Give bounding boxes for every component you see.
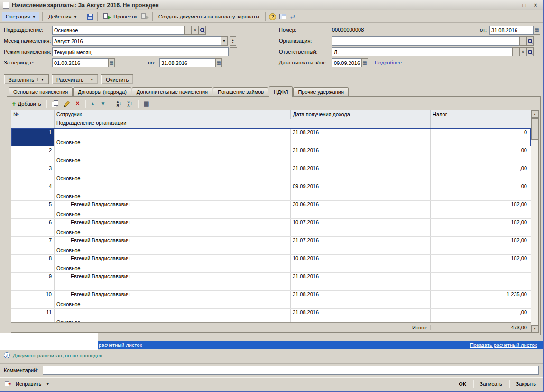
- document-movements-button[interactable]: ⇄: [288, 12, 297, 21]
- table-row[interactable]: 7 Евгений Владиславович Основное 31.07.2…: [11, 237, 531, 255]
- close-button[interactable]: ×: [531, 2, 540, 9]
- cell-date[interactable]: 31.08.2016: [290, 309, 430, 322]
- cell-date[interactable]: 31.08.2016: [290, 146, 430, 164]
- document-date-input[interactable]: [489, 26, 534, 35]
- cell-department[interactable]: Основное: [56, 157, 288, 163]
- close-document-button[interactable]: Закрыть: [514, 381, 538, 387]
- move-row-up-button[interactable]: ▲: [89, 99, 97, 109]
- cell-num[interactable]: 1: [11, 128, 54, 146]
- copy-row-button[interactable]: [50, 99, 60, 109]
- cell-department[interactable]: Основное: [56, 139, 288, 145]
- tab-item[interactable]: Погашение займов: [213, 87, 268, 96]
- accrual-month-stepper[interactable]: ▲▼: [230, 36, 236, 46]
- scroll-down-button[interactable]: ▼: [531, 325, 538, 332]
- fix-button[interactable]: Исправить: [14, 381, 43, 387]
- table-row[interactable]: 11 Основное 31.08.2016 ,00: [11, 309, 531, 322]
- calculate-button[interactable]: Рассчитать ▼: [52, 74, 98, 84]
- cell-tax[interactable]: [430, 273, 531, 290]
- list-settings-button[interactable]: ▦: [142, 99, 151, 109]
- create-payout-docs-button[interactable]: Создать документы на выплату зарплаты: [156, 12, 262, 21]
- cell-department[interactable]: Основное: [56, 247, 288, 253]
- cell-department[interactable]: Основное: [56, 175, 288, 181]
- cell-num[interactable]: 3: [11, 164, 54, 182]
- cell-employee[interactable]: Евгений Владиславович: [56, 292, 130, 297]
- tab-item[interactable]: Основные начисления: [9, 87, 73, 96]
- responsible-choose-button[interactable]: ...: [512, 47, 519, 56]
- table-row[interactable]: 4 Основное 09.09.2016 00: [11, 182, 531, 201]
- period-to-calendar-button[interactable]: ▦: [215, 58, 222, 67]
- table-row[interactable]: 10 Евгений Владиславович Основное 31.08.…: [11, 291, 531, 309]
- cell-date[interactable]: 31.08.2016: [290, 273, 430, 290]
- table-row[interactable]: 2 Основное 31.08.2016 00: [11, 146, 531, 164]
- table-row[interactable]: 3 Основное 31.08.2016 ,00: [11, 164, 531, 182]
- cell-department[interactable]: Основное: [56, 229, 288, 235]
- cell-num[interactable]: 5: [11, 201, 54, 218]
- cell-num[interactable]: 6: [11, 219, 54, 236]
- show-payslip-link[interactable]: Показать расчетный листок: [470, 342, 537, 348]
- operation-button[interactable]: Операция ▼: [2, 12, 39, 21]
- scroll-up-button[interactable]: ▲: [531, 110, 538, 118]
- show-table-button[interactable]: [278, 12, 287, 21]
- comment-input[interactable]: [43, 366, 539, 375]
- document-date-calendar-button[interactable]: ▦: [534, 26, 540, 35]
- cell-employee[interactable]: Евгений Владиславович: [56, 273, 130, 279]
- tab-item[interactable]: Прочие удержания: [293, 87, 348, 96]
- cell-num[interactable]: 2: [11, 146, 54, 164]
- table-row[interactable]: 5 Евгений Владиславович Основное 30.06.2…: [11, 201, 531, 219]
- cell-tax[interactable]: 00: [430, 182, 531, 200]
- help-button[interactable]: ?: [268, 12, 277, 21]
- sort-ascending-button[interactable]: АЯ↓: [114, 99, 123, 109]
- actions-button[interactable]: Действия ▼: [46, 12, 80, 21]
- table-header[interactable]: № Сотрудник Дата получения дохода Подраз…: [11, 110, 531, 128]
- cell-num[interactable]: 10: [11, 291, 54, 308]
- fill-button[interactable]: Заполнить ▼: [4, 74, 49, 84]
- post-and-close-button[interactable]: [141, 12, 149, 21]
- department-clear-button[interactable]: ×: [192, 26, 199, 35]
- cell-employee[interactable]: Евгений Владиславович: [56, 219, 130, 225]
- write-button[interactable]: Записать: [478, 381, 504, 387]
- period-to-input[interactable]: [159, 58, 215, 67]
- post-document-button[interactable]: Провести: [101, 12, 139, 21]
- pay-date-input[interactable]: [332, 58, 361, 67]
- save-button[interactable]: [86, 12, 94, 21]
- cell-employee[interactable]: Евгений Владиславович: [56, 237, 130, 243]
- edit-row-button[interactable]: [62, 99, 72, 109]
- cell-num[interactable]: 7: [11, 237, 54, 254]
- table-row[interactable]: 1 Основное 31.08.2016 0: [11, 128, 531, 146]
- cell-date[interactable]: 10.07.2016: [290, 219, 430, 236]
- cell-date[interactable]: 09.09.2016: [290, 182, 430, 200]
- pay-date-calendar-button[interactable]: ▦: [361, 58, 368, 67]
- cell-num[interactable]: 4: [11, 182, 54, 200]
- cell-date[interactable]: 31.08.2016: [290, 291, 430, 308]
- organization-open-button[interactable]: [526, 36, 534, 46]
- responsible-input[interactable]: [332, 47, 512, 56]
- department-open-button[interactable]: [199, 26, 206, 35]
- responsible-open-button[interactable]: [526, 47, 534, 56]
- cell-department[interactable]: Основное: [56, 211, 288, 217]
- column-header-income-date[interactable]: Дата получения дохода: [290, 110, 430, 119]
- cell-tax[interactable]: 182,00: [430, 201, 531, 218]
- period-from-calendar-button[interactable]: ▦: [108, 58, 115, 67]
- delete-row-button[interactable]: ×: [74, 99, 81, 109]
- cell-date[interactable]: 30.06.2016: [290, 201, 430, 218]
- table-row[interactable]: 8 Евгений Владиславович Основное 10.08.2…: [11, 255, 531, 273]
- maximize-button[interactable]: □: [520, 2, 528, 9]
- column-header-tax[interactable]: Налог: [430, 110, 531, 128]
- cell-tax[interactable]: 0: [430, 128, 531, 146]
- ok-button[interactable]: ОК: [457, 381, 468, 387]
- tab-item[interactable]: НДФЛ: [269, 86, 293, 97]
- department-input[interactable]: [52, 26, 185, 35]
- minimize-button[interactable]: _: [508, 2, 517, 9]
- tab-item[interactable]: Договоры (подряда): [73, 87, 131, 96]
- clear-button[interactable]: Очистить: [101, 74, 133, 84]
- cell-num[interactable]: 9: [11, 273, 54, 290]
- cell-date[interactable]: 31.08.2016: [290, 128, 430, 146]
- details-link[interactable]: Подробнее...: [375, 58, 406, 67]
- cell-date[interactable]: 31.08.2016: [290, 164, 430, 182]
- organization-choose-button[interactable]: ...: [519, 36, 526, 46]
- cell-tax[interactable]: 1 235,00: [430, 291, 531, 308]
- column-header-department[interactable]: Подразделение организации: [55, 119, 430, 128]
- tab-item[interactable]: Дополнительные начисления: [132, 87, 212, 96]
- cell-num[interactable]: 8: [11, 255, 54, 272]
- cell-department[interactable]: Основное: [56, 265, 288, 271]
